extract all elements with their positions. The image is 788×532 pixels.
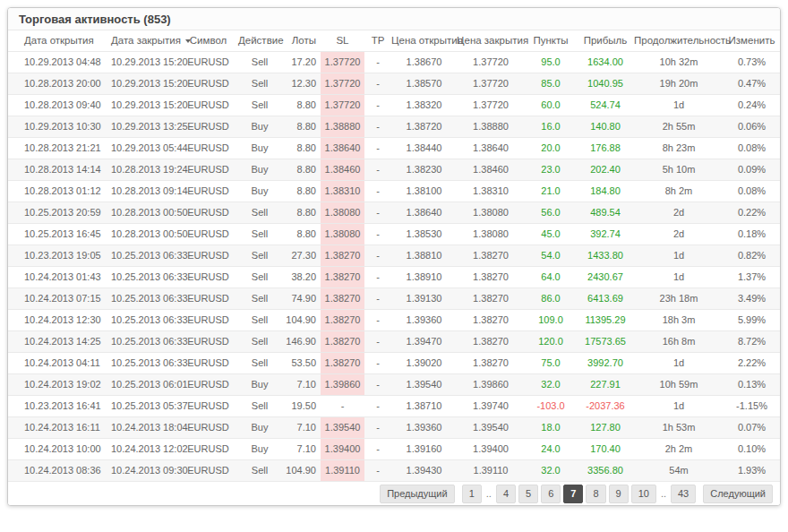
- cell: 20.0: [525, 137, 577, 159]
- cell: 8.72%: [724, 330, 780, 352]
- column-header-12[interactable]: Продолжительность: [634, 30, 724, 51]
- cell: 10.25.2013 05:37: [98, 395, 178, 416]
- column-header-5[interactable]: Лоты: [281, 30, 321, 51]
- page-button-10[interactable]: 10: [631, 485, 656, 503]
- column-header-7[interactable]: TP: [364, 30, 391, 51]
- cell: Sell: [238, 202, 281, 223]
- column-header-6[interactable]: SL: [321, 30, 364, 51]
- cell: 1.39540: [391, 373, 457, 395]
- cell: Sell: [238, 266, 281, 287]
- cell: EURUSD: [178, 51, 238, 73]
- cell: 17.20: [281, 51, 321, 73]
- cell: 5h 10m: [634, 159, 724, 180]
- prev-page-button[interactable]: Предыдущий: [380, 485, 454, 503]
- page-button-43[interactable]: 43: [671, 485, 696, 503]
- column-header-10[interactable]: Пункты: [525, 30, 577, 51]
- cell: 12.30: [281, 73, 321, 94]
- cell: 1.38440: [391, 137, 457, 159]
- cell: EURUSD: [178, 438, 238, 459]
- cell: 1d: [634, 266, 724, 287]
- cell: EURUSD: [178, 459, 238, 481]
- cell: Buy: [238, 180, 281, 202]
- cell: 0.06%: [724, 116, 780, 137]
- cell: EURUSD: [178, 416, 238, 438]
- cell: 10.28.2013 01:12: [8, 180, 98, 202]
- column-header-1[interactable]: Дата открытия: [8, 30, 98, 51]
- page-button-5[interactable]: 5: [518, 485, 538, 503]
- cell: 10.23.2013 19:05: [8, 245, 98, 266]
- column-header-8[interactable]: Цена открытия: [391, 30, 457, 51]
- cell: 10.25.2013 06:33: [98, 287, 178, 309]
- cell: 7.10: [281, 416, 321, 438]
- cell: 109.0: [525, 309, 577, 330]
- cell: 10.25.2013 06:33: [98, 352, 178, 373]
- cell: Sell: [238, 395, 281, 416]
- cell: 60.0: [525, 94, 577, 116]
- cell: 10.25.2013 06:33: [98, 309, 178, 330]
- column-header-11[interactable]: Прибыль: [577, 30, 634, 51]
- cell: 1.38530: [391, 223, 457, 245]
- cell: 10.24.2013 09:30: [98, 459, 178, 481]
- cell: 1.37%: [724, 266, 780, 287]
- cell: 1.38460: [457, 159, 525, 180]
- column-header-2[interactable]: Дата закрытия: [98, 30, 178, 51]
- page-button-1[interactable]: 1: [462, 485, 482, 503]
- cell: 8.80: [281, 180, 321, 202]
- cell: 1.39540: [457, 416, 525, 438]
- cell: -: [364, 245, 391, 266]
- cell: 21.0: [525, 180, 577, 202]
- cell: 74.90: [281, 287, 321, 309]
- cell: 10.28.2013 09:40: [8, 94, 98, 116]
- cell: Sell: [238, 223, 281, 245]
- page-button-9[interactable]: 9: [609, 485, 629, 503]
- cell: 0.47%: [724, 73, 780, 94]
- table-row: 10.23.2013 19:0510.25.2013 06:33EURUSDSe…: [8, 245, 780, 266]
- cell: 140.80: [577, 116, 634, 137]
- cell: -: [364, 266, 391, 287]
- cell: EURUSD: [178, 94, 238, 116]
- cell: 8.80: [281, 159, 321, 180]
- cell: EURUSD: [178, 202, 238, 223]
- cell: 1.38080: [457, 223, 525, 245]
- cell: EURUSD: [178, 159, 238, 180]
- cell: 19h 20m: [634, 73, 724, 94]
- cell: 1.38910: [391, 266, 457, 287]
- column-header-label: Лоты: [292, 35, 316, 46]
- table-row: 10.23.2013 16:4110.25.2013 05:37EURUSDSe…: [8, 395, 780, 416]
- cell: 10.24.2013 08:36: [8, 459, 98, 481]
- page-button-7[interactable]: 7: [563, 485, 583, 503]
- cell: 10.28.2013 21:21: [8, 137, 98, 159]
- cell: 10.23.2013 16:41: [8, 395, 98, 416]
- cell: -103.0: [525, 395, 577, 416]
- trades-table: Дата открытияДата закрытияСимволДействие…: [8, 30, 780, 481]
- cell: 3.49%: [724, 287, 780, 309]
- page-button-4[interactable]: 4: [496, 485, 516, 503]
- cell: 2h 55m: [634, 116, 724, 137]
- cell: -: [364, 287, 391, 309]
- cell: 1d: [634, 395, 724, 416]
- cell: 86.0: [525, 287, 577, 309]
- cell: 1.38080: [321, 202, 364, 223]
- column-header-9[interactable]: Цена закрытия: [457, 30, 525, 51]
- cell: 1.38880: [457, 116, 525, 137]
- cell: EURUSD: [178, 395, 238, 416]
- cell: 16.0: [525, 116, 577, 137]
- cell: 8.80: [281, 116, 321, 137]
- column-header-4[interactable]: Действие: [238, 30, 281, 51]
- cell: 104.90: [281, 309, 321, 330]
- cell: 7.10: [281, 438, 321, 459]
- cell: -: [364, 159, 391, 180]
- cell: 1.39130: [391, 287, 457, 309]
- next-page-button[interactable]: Следующий: [703, 485, 773, 503]
- cell: 75.0: [525, 352, 577, 373]
- column-header-label: Дата открытия: [24, 35, 94, 46]
- table-row: 10.24.2013 01:4310.25.2013 06:33EURUSDSe…: [8, 266, 780, 287]
- cell: 10.29.2013 13:25: [98, 116, 178, 137]
- cell: 1.38320: [391, 94, 457, 116]
- cell: 1.38640: [321, 137, 364, 159]
- column-header-13[interactable]: Изменить: [724, 30, 780, 51]
- page-button-8[interactable]: 8: [586, 485, 605, 503]
- page-button-6[interactable]: 6: [541, 485, 561, 503]
- cell: 10.25.2013 16:45: [8, 223, 98, 245]
- cell: -: [364, 116, 391, 137]
